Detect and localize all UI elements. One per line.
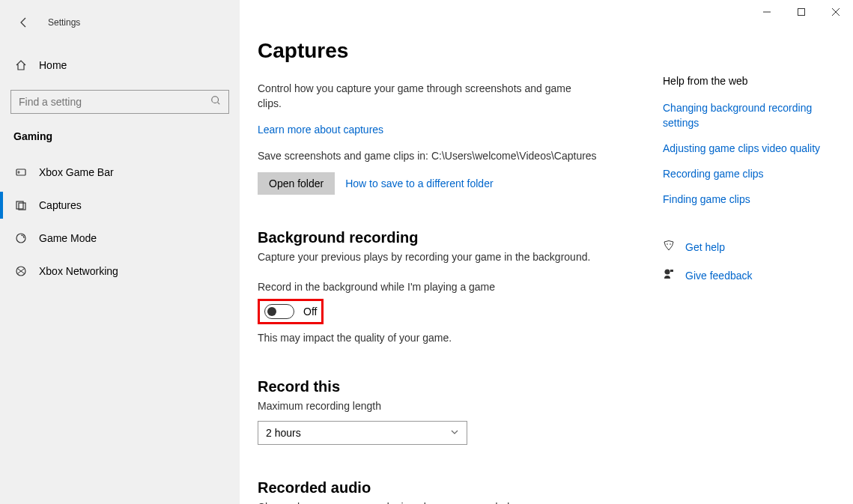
chevron-down-icon <box>450 426 459 440</box>
help-link-recording-clips[interactable]: Recording game clips <box>663 166 835 181</box>
save-path-text: Save screenshots and game clips in: C:\U… <box>258 150 619 162</box>
nav-item-gamemode[interactable]: Game Mode <box>0 222 240 255</box>
learn-more-link[interactable]: Learn more about captures <box>258 124 383 136</box>
page-title: Captures <box>258 39 619 63</box>
minimize-button[interactable] <box>750 0 784 24</box>
bg-note: This may impact the quality of your game… <box>258 332 619 344</box>
folder-row: Open folder How to save to a different f… <box>258 172 619 195</box>
help-actions: Get help Give feedback <box>663 240 835 283</box>
bg-recording-toggle[interactable] <box>264 304 294 319</box>
section-header: Gaming <box>0 114 240 150</box>
svg-point-7 <box>667 243 668 245</box>
help-icon <box>663 240 675 255</box>
select-value: 2 hours <box>266 427 301 439</box>
svg-rect-10 <box>670 270 673 272</box>
search-box[interactable] <box>10 90 229 114</box>
gamebar-icon <box>13 166 28 178</box>
svg-point-0 <box>212 97 219 103</box>
home-nav[interactable]: Home <box>0 52 240 78</box>
svg-point-8 <box>670 243 671 245</box>
toggle-knob <box>267 307 276 316</box>
nav-item-captures[interactable]: Captures <box>0 189 240 222</box>
nav-item-xbox-networking[interactable]: Xbox Networking <box>0 255 240 288</box>
captures-icon <box>13 199 28 211</box>
help-link-video-quality[interactable]: Adjusting game clips video quality <box>663 141 835 156</box>
search-input[interactable] <box>19 96 210 108</box>
bg-recording-heading: Background recording <box>258 229 619 246</box>
nav-label: Game Mode <box>39 232 97 244</box>
audio-heading: Recorded audio <box>258 479 619 497</box>
help-link-bg-settings[interactable]: Changing background recording settings <box>663 100 835 130</box>
help-link-finding-clips[interactable]: Finding game clips <box>663 192 835 207</box>
nav-list: Xbox Game Bar Captures Game Mode Xbox Ne… <box>0 156 240 288</box>
intro-text: Control how you capture your game throug… <box>258 81 572 111</box>
home-icon <box>13 59 28 71</box>
help-title: Help from the web <box>663 75 835 87</box>
open-folder-button[interactable]: Open folder <box>258 172 335 195</box>
help-pane: Help from the web Changing background re… <box>663 75 835 297</box>
svg-rect-6 <box>798 9 805 16</box>
audio-desc: Change how your game and microphone are … <box>258 500 619 504</box>
max-length-select[interactable]: 2 hours <box>258 421 467 445</box>
feedback-icon <box>663 268 675 283</box>
search-icon <box>210 95 221 109</box>
main-area: Captures Control how you capture your ga… <box>240 0 853 504</box>
nav-label: Xbox Game Bar <box>39 166 114 178</box>
bg-toggle-label: Record in the background while I'm playi… <box>258 281 619 293</box>
window-controls <box>750 0 853 24</box>
different-folder-link[interactable]: How to save to a different folder <box>345 177 493 189</box>
max-length-label: Maximum recording length <box>258 398 619 413</box>
record-this-heading: Record this <box>258 378 619 395</box>
toggle-state-text: Off <box>303 306 317 318</box>
gamemode-icon <box>13 232 28 244</box>
titlebar: Settings <box>0 9 240 36</box>
maximize-button[interactable] <box>784 0 819 24</box>
get-help-label: Get help <box>685 241 725 253</box>
content: Captures Control how you capture your ga… <box>240 9 637 504</box>
highlight-box: Off <box>258 299 324 324</box>
get-help-link[interactable]: Get help <box>663 240 835 255</box>
xbox-icon <box>13 265 28 277</box>
nav-label: Captures <box>39 199 82 211</box>
feedback-label: Give feedback <box>685 270 753 282</box>
close-button[interactable] <box>819 0 853 24</box>
sidebar: Settings Home Gaming Xbox Game Bar Captu… <box>0 0 240 504</box>
bg-recording-desc: Capture your previous plays by recording… <box>258 249 619 264</box>
home-label: Home <box>39 59 67 71</box>
nav-item-gamebar[interactable]: Xbox Game Bar <box>0 156 240 189</box>
nav-label: Xbox Networking <box>39 265 118 277</box>
svg-point-9 <box>665 270 670 274</box>
app-title: Settings <box>48 17 80 28</box>
give-feedback-link[interactable]: Give feedback <box>663 268 835 283</box>
back-button[interactable] <box>13 12 34 33</box>
